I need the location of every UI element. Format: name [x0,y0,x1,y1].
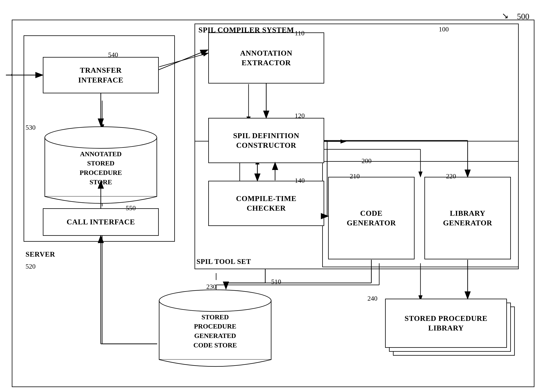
input-arrow: → [6,70,14,79]
stored-proc-code-store-cylinder: STOREDPROCEDUREGENERATEDCODE STORE [157,289,273,369]
code-generator-box: CODE GENERATOR [328,177,415,259]
ref-120: 120 [295,112,305,119]
server-label: SERVER [26,250,55,258]
call-interface-box: CALL INTERFACE [43,208,159,236]
ref-530: 530 [26,124,35,131]
ref-220: 220 [446,172,456,180]
ref-540: 540 [108,51,118,59]
stored-proc-lib-box1: STORED PROCEDURE LIBRARY [385,299,507,348]
annotation-extractor-box: ANNOTATION EXTRACTOR [208,32,324,83]
ref-520: 520 [26,263,35,270]
ref-110: 110 [295,29,305,37]
ref-230: 230 [206,283,216,290]
ref-200: 200 [362,157,372,165]
ref-210: 210 [350,172,360,180]
ref-240: 240 [367,295,377,302]
library-generator-box: LIBRARY GENERATOR [424,177,511,259]
spil-def-constructor-box: SPIL DEFINITION CONSTRUCTOR [208,118,324,163]
spil-tool-label: SPIL TOOL SET [197,257,251,266]
compile-time-checker-box: COMPILE-TIME CHECKER [208,181,324,226]
svg-point-23 [45,127,157,148]
svg-point-25 [159,290,271,311]
ref-510: 510 [271,278,281,286]
diagram: 510 500 ↙ SERVER 520 SPIL COMPILER SYSTE… [0,0,547,392]
transfer-interface-box: TRANSFER INTERFACE [43,57,159,93]
annotated-store-cylinder: ANNOTATEDSTOREDPROCEDURESTORE [43,126,159,206]
ref-140: 140 [295,177,305,184]
arrow-500: ↙ [502,11,509,21]
ref-550: 550 [126,204,136,212]
